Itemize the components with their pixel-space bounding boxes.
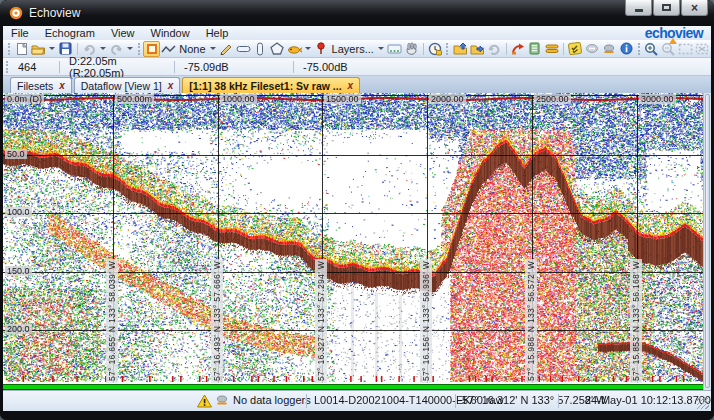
menu-echogram[interactable]: Echogram [37, 27, 103, 39]
toolbar-grip[interactable] [8, 43, 10, 55]
depth-label: 100.0 [5, 207, 32, 217]
close-button[interactable]: × [681, 0, 708, 16]
tab-label: Dataflow [View 1] [81, 80, 162, 92]
undo-dropdown-icon[interactable] [100, 47, 106, 50]
layers-dropdown-icon[interactable] [378, 47, 384, 50]
grid-display-icon[interactable] [386, 41, 403, 57]
scrollbar-thumb[interactable] [705, 94, 710, 388]
depth-label: 200.0 [5, 324, 32, 334]
horizontal-band-icon[interactable] [235, 41, 252, 57]
menu-bar: File Echogram View Window Help echoview [3, 26, 711, 40]
menu-view[interactable]: View [103, 27, 143, 39]
logger-status-text: No data loggers [233, 394, 311, 406]
tab-close-icon[interactable]: x [59, 80, 65, 91]
zoom-reset-icon[interactable] [694, 41, 711, 57]
layers-bars-icon[interactable] [543, 41, 560, 57]
polygon-tool-icon[interactable] [269, 41, 286, 57]
refresh-icon[interactable] [486, 41, 503, 57]
sv-value-readout: -75.09dB [178, 61, 290, 73]
title-bar: Echoview × [0, 0, 714, 26]
toolbar-grip[interactable] [446, 43, 448, 55]
calibration-icon[interactable] [567, 41, 584, 57]
toolbar-grip[interactable] [138, 43, 140, 55]
echoview-window: Echoview × File Echogram View Window Hel… [0, 0, 714, 420]
redo-dropdown-icon[interactable] [127, 47, 133, 50]
distance-label: 1500.00 [324, 94, 361, 104]
maximize-button[interactable] [653, 0, 680, 16]
datetime-text: 24-May-01 10:12:13.8700 [585, 394, 711, 406]
time-sync-icon[interactable] [426, 41, 443, 57]
edit-line-icon[interactable] [218, 41, 235, 57]
export-file-icon[interactable] [526, 41, 543, 57]
color-value-readout: -75.00dB [297, 61, 393, 73]
school-detect-icon[interactable] [286, 41, 303, 57]
logger-icon[interactable] [601, 41, 618, 57]
window-title: Echoview [29, 6, 80, 20]
vertical-scrollbar[interactable] [703, 93, 711, 390]
distance-label: 2000.00 [429, 94, 466, 104]
export-data-icon[interactable] [509, 41, 526, 57]
shift-down-icon[interactable] [469, 41, 486, 57]
logo-triangle-icon [669, 38, 677, 44]
layers-label[interactable]: Layers... [332, 43, 374, 55]
tab-echogram-sv-raw[interactable]: [1:1] 38 kHz Fileset1: Sv raw ... x [182, 77, 360, 93]
shift-up-icon[interactable] [452, 41, 469, 57]
tab-close-icon[interactable]: x [168, 80, 174, 91]
tab-close-icon[interactable]: x [348, 80, 354, 91]
menu-window[interactable]: Window [143, 27, 198, 39]
zoom-selection-icon[interactable] [677, 41, 694, 57]
echogram-view: 0.0m (D) 500.00m 1000.00 1500.00 2000.00… [3, 93, 711, 390]
menu-help[interactable]: Help [198, 27, 237, 39]
window-content: File Echogram View Window Help echoview [3, 26, 711, 411]
vertical-band-icon[interactable] [252, 41, 269, 57]
open-file-icon[interactable] [30, 41, 47, 57]
layers-pin-icon[interactable] [313, 41, 330, 57]
distance-label: 3000.00 [639, 94, 676, 104]
readout-bar: 464 D:22.05m (R:20.05m) -75.09dB -75.00d… [3, 58, 711, 76]
open-dropdown-icon[interactable] [49, 47, 55, 50]
depth-label: 50.0 [5, 149, 27, 159]
window-bottom-frame [0, 411, 714, 420]
tab-bar: Filesets x Dataflow [View 1] x [1:1] 38 … [3, 76, 711, 93]
tab-label: Filesets [17, 80, 53, 92]
distance-label: 500.00m [115, 94, 154, 104]
pan-hand-icon[interactable] [403, 41, 420, 57]
status-bar: No data loggers L0014-D20021004-T140000-… [3, 390, 711, 411]
depth-readout: D:22.05m (R:20.05m) [63, 55, 171, 79]
gps-position-label: 57° 16.327' N 133° 57.294' W [315, 259, 327, 383]
toolbar-grip[interactable] [638, 43, 640, 55]
new-file-icon[interactable] [13, 41, 30, 57]
line-tool-dropdown-icon[interactable] [210, 47, 216, 50]
menu-file[interactable]: File [3, 27, 37, 39]
echoview-app-icon [9, 6, 23, 20]
distance-label: 2500.00 [534, 94, 571, 104]
gps-position-label: 57° 16.655' N 133° 58.039' W [106, 259, 118, 383]
remove-icon[interactable] [584, 41, 601, 57]
zoom-in-icon[interactable] [643, 41, 660, 57]
minimize-button[interactable] [625, 0, 652, 16]
ping-readout: 464 [12, 61, 56, 73]
tab-dataflow[interactable]: Dataflow [View 1] x [74, 77, 181, 93]
distance-label: 1000.00 [220, 94, 257, 104]
gps-position-label: 57° 15.853' N 133° 56.168' W [630, 259, 642, 383]
line-tool-label[interactable]: None [179, 43, 205, 55]
window-controls: × [624, 0, 708, 16]
depth-label: 150.0 [5, 266, 32, 276]
resize-grip[interactable] [697, 397, 709, 409]
readout-grip[interactable] [6, 61, 9, 73]
school-dropdown-icon[interactable] [305, 47, 311, 50]
gps-position-label: 57° 16.493' N 133° 57.666' W [211, 259, 223, 383]
warning-icon[interactable] [197, 394, 212, 408]
info-icon[interactable] [618, 41, 635, 57]
tab-filesets[interactable]: Filesets x [10, 77, 72, 93]
gps-position-label: 57° 15.986' N 133° 56.572' W [525, 259, 537, 383]
tab-label: [1:1] 38 kHz Fileset1: Sv raw ... [189, 80, 341, 92]
gps-position-label: 57° 16.156' N 133° 56.936' W [420, 259, 432, 383]
depth-axis-label: 0.0m (D) [5, 94, 44, 104]
echoview-logo: echoview [645, 26, 703, 40]
logger-status-icon [215, 394, 229, 407]
bottom-line-bar [3, 384, 703, 390]
